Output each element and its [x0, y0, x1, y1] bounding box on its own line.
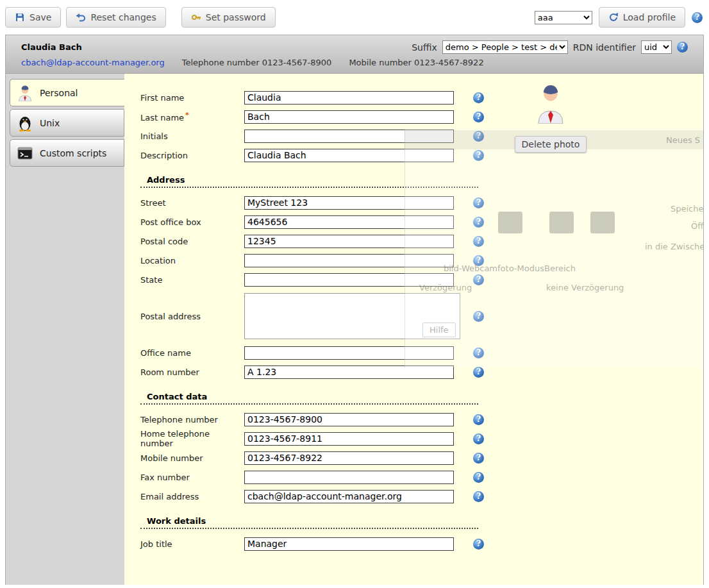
header-row-top: Claudia Bach Suffix demo > People > test… [6, 35, 703, 56]
fax-number-input[interactable] [244, 471, 454, 484]
help-icon[interactable]: ? [473, 274, 484, 285]
help-icon[interactable]: ? [473, 131, 484, 142]
help-icon[interactable]: ? [473, 236, 484, 247]
window-body: Personal Unix [6, 74, 703, 585]
tux-icon [17, 115, 33, 131]
first-name-label: First name [140, 93, 244, 103]
street-input[interactable] [244, 196, 454, 210]
save-label: Save [29, 12, 51, 22]
rdn-select[interactable]: uid [641, 40, 672, 54]
last-name-label-text: Last name [140, 113, 184, 122]
home-telephone-number-input[interactable] [244, 432, 454, 446]
set-password-button[interactable]: Set password [181, 7, 276, 28]
toolbar: Save Reset changes Set password aaa Load… [0, 0, 709, 35]
office-name-label: Office name [140, 348, 244, 358]
telephone-number-input[interactable] [244, 413, 454, 426]
help-icon[interactable]: ? [473, 472, 484, 483]
required-marker: * [185, 111, 189, 119]
form-row: Fax number ? [140, 470, 703, 484]
reset-changes-button[interactable]: Reset changes [66, 7, 165, 28]
user-photo-block: Delete photo [512, 84, 589, 153]
account-window: Claudia Bach Suffix demo > People > test… [5, 35, 704, 585]
section-heading-address: Address [140, 175, 478, 188]
post-office-box-input[interactable] [244, 215, 454, 229]
job-title-input[interactable] [244, 537, 454, 551]
location-input[interactable] [244, 254, 454, 267]
header-mobile: Mobile number 0123-4567-8922 [349, 58, 483, 67]
account-header: Claudia Bach Suffix demo > People > test… [6, 35, 703, 74]
mobile-number-input[interactable] [244, 451, 454, 465]
initials-label: Initials [140, 131, 244, 141]
job-title-label: Job title [140, 539, 244, 549]
location-label: Location [140, 256, 244, 265]
help-icon[interactable]: ? [473, 112, 484, 122]
tab-custom-scripts[interactable]: Custom scripts [10, 139, 124, 167]
header-telephone: Telephone number 0123-4567-8900 [182, 58, 332, 67]
help-icon[interactable]: ? [473, 491, 484, 502]
suffix-select[interactable]: demo > People > test > de [442, 40, 568, 54]
mobile-number-label: Mobile number [140, 453, 244, 463]
form-row: Office name ? [140, 346, 703, 360]
first-name-input[interactable] [244, 91, 454, 105]
state-input[interactable] [244, 273, 454, 287]
form-row: State ? [140, 273, 703, 287]
help-icon[interactable]: ? [473, 367, 484, 378]
page-title: Claudia Bach [21, 42, 82, 52]
key-icon [191, 12, 201, 22]
terminal-icon [17, 145, 33, 162]
section-heading-work-details: Work details [140, 516, 478, 529]
form-row: Post office box ? [140, 215, 703, 229]
postal-address-textarea[interactable] [244, 293, 460, 339]
save-icon [15, 12, 25, 22]
help-icon[interactable]: ? [473, 150, 484, 161]
delete-photo-button[interactable]: Delete photo [515, 136, 587, 153]
help-icon[interactable]: ? [473, 197, 484, 208]
set-password-label: Set password [206, 12, 266, 22]
fax-number-label: Fax number [140, 473, 244, 482]
form-row: Home telephone number ? [140, 432, 703, 446]
form-row: Location ? [140, 253, 703, 267]
help-icon[interactable]: ? [473, 348, 484, 358]
form-row: Job title ? [140, 537, 703, 551]
save-button[interactable]: Save [5, 7, 61, 28]
toolbar-right: aaa Load profile ? [535, 7, 703, 28]
main-content: Neues S Speichern Öffne in die Zwischena… [124, 74, 703, 585]
help-icon[interactable]: ? [473, 453, 484, 464]
telephone-number-label: Telephone number [140, 415, 244, 424]
help-icon[interactable]: ? [473, 217, 484, 228]
help-icon[interactable]: ? [473, 311, 484, 322]
form-row: Last name* ? [140, 110, 703, 124]
form-row: Description ? [140, 148, 703, 162]
reset-changes-label: Reset changes [90, 12, 156, 22]
postal-code-input[interactable] [244, 235, 454, 248]
suffix-label: Suffix [412, 42, 437, 53]
help-icon[interactable]: ? [473, 433, 484, 444]
postal-address-label: Postal address [140, 312, 244, 321]
tab-unix-label: Unix [40, 118, 60, 128]
load-profile-button[interactable]: Load profile [599, 7, 685, 28]
initials-input[interactable] [244, 130, 454, 143]
help-icon[interactable]: ? [677, 42, 688, 53]
rdn-label: RDN identifier [573, 42, 636, 53]
help-icon[interactable]: ? [473, 539, 484, 550]
postal-code-label: Postal code [140, 237, 244, 246]
user-photo [535, 84, 567, 124]
office-name-input[interactable] [244, 346, 454, 360]
section-heading-contact-data: Contact data [140, 392, 478, 405]
help-icon[interactable]: ? [473, 414, 484, 425]
profile-select[interactable]: aaa [535, 11, 592, 24]
help-icon[interactable]: ? [473, 92, 484, 103]
last-name-input[interactable] [244, 110, 454, 124]
email-address-input[interactable] [244, 490, 454, 503]
description-input[interactable] [244, 149, 454, 162]
last-name-label: Last name* [140, 111, 244, 122]
email-link[interactable]: cbach@ldap-account-manager.org [21, 58, 165, 67]
tab-personal[interactable]: Personal [10, 79, 124, 106]
help-icon[interactable]: ? [692, 12, 703, 23]
tab-unix[interactable]: Unix [10, 109, 124, 137]
help-icon[interactable]: ? [473, 255, 484, 266]
room-number-input[interactable] [244, 365, 454, 379]
sidebar: Personal Unix [6, 74, 124, 585]
form-row: Room number ? [140, 365, 703, 379]
tab-personal-label: Personal [40, 88, 78, 98]
